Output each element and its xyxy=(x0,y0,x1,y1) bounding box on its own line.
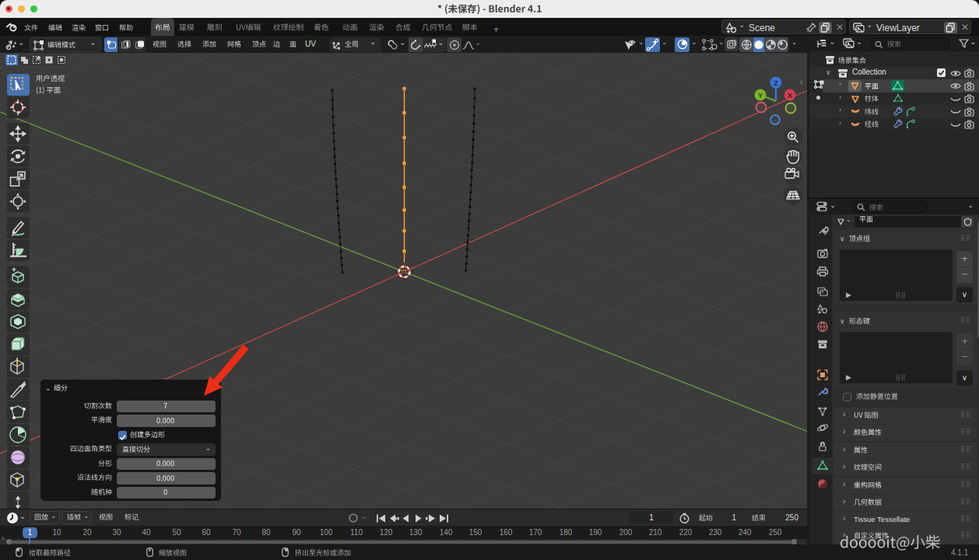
svg-text:‹: ‹ xyxy=(800,77,803,86)
svg-text:Y: Y xyxy=(758,92,763,100)
svg-text:Z: Z xyxy=(774,79,778,87)
svg-text:X: X xyxy=(788,92,792,100)
